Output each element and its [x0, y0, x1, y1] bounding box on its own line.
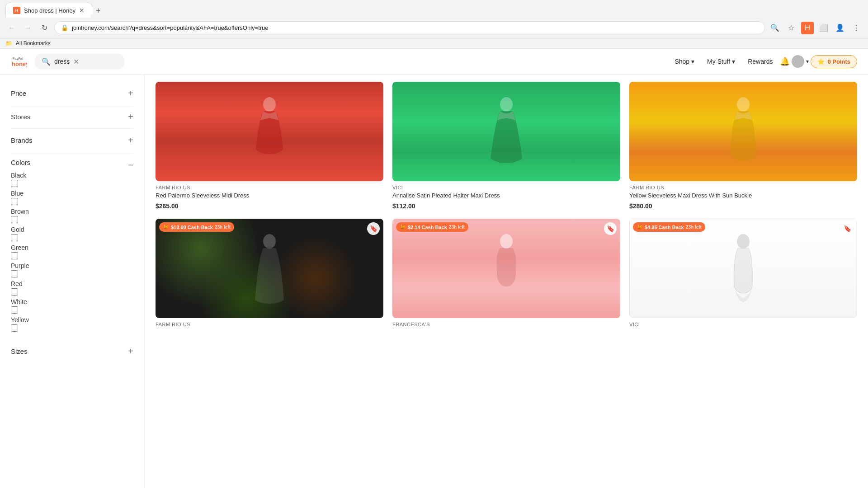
color-checkbox-gold[interactable]: [11, 234, 18, 241]
product-card-1[interactable]: FARM Rio US Red Palermo Sleeveless Midi …: [156, 82, 383, 210]
product-card-6[interactable]: 🍯 $4.85 Cash Back 23h left 🔖 VICI: [629, 219, 857, 327]
tab-close-button[interactable]: ✕: [79, 7, 85, 14]
color-item-white: White: [11, 298, 133, 314]
tab-title: Shop dress | Honey: [24, 7, 75, 14]
cashback-timer-5: 23h left: [449, 225, 465, 230]
brands-filter-header[interactable]: Brands +: [11, 135, 133, 145]
search-bar[interactable]: 🔍 dress ✕: [34, 54, 125, 70]
rewards-label: Rewards: [748, 58, 773, 65]
product-price-1: $265.00: [156, 202, 383, 210]
points-label: 0 Points: [827, 58, 850, 65]
new-tab-button[interactable]: +: [92, 5, 104, 18]
address-bar[interactable]: 🔒 joinhoney.com/search?q=dress&sort=popu…: [54, 21, 765, 34]
reload-button[interactable]: ↻: [38, 22, 51, 34]
stores-filter-toggle[interactable]: +: [128, 112, 133, 122]
honey-logo[interactable]: PayPal honey: [11, 53, 27, 70]
color-checkbox-white[interactable]: [11, 306, 18, 314]
colors-filter-section: Colors − Black Blue Brown: [11, 152, 133, 340]
active-tab[interactable]: H Shop dress | Honey ✕: [5, 3, 92, 18]
color-item-red: Red: [11, 280, 133, 296]
notifications-bell-icon[interactable]: 🔔: [780, 56, 790, 66]
tab-favicon: H: [13, 7, 20, 14]
product-image-1: [156, 82, 383, 181]
color-label-yellow: Yellow: [11, 316, 133, 324]
cashback-honey-icon: 🍯: [163, 224, 169, 230]
menu-button[interactable]: ⋮: [850, 22, 863, 34]
color-item-blue: Blue: [11, 190, 133, 205]
svg-point-5: [737, 97, 750, 112]
color-item-gold: Gold: [11, 226, 133, 241]
product-name-3: Yellow Sleeveless Maxi Dress With Sun Bu…: [629, 192, 857, 200]
sizes-filter-header[interactable]: Sizes +: [11, 346, 133, 357]
forward-button[interactable]: →: [22, 22, 34, 34]
price-filter-toggle[interactable]: +: [128, 88, 133, 99]
product-image-5: 🍯 $2.14 Cash Back 23h left 🔖: [392, 219, 620, 318]
svg-text:honey: honey: [12, 61, 27, 67]
stores-filter-section: Stores +: [11, 105, 133, 129]
rewards-button[interactable]: Rewards: [742, 54, 778, 69]
dress-silhouette-6: [725, 232, 761, 305]
bookmark-button-6[interactable]: 🔖: [841, 222, 854, 235]
colors-filter-toggle[interactable]: −: [128, 160, 133, 170]
shop-label: Shop: [675, 58, 689, 65]
svg-point-7: [500, 234, 513, 249]
bookmark-button-5[interactable]: 🔖: [604, 222, 617, 235]
product-price-2: $112.00: [392, 202, 620, 210]
stores-filter-header[interactable]: Stores +: [11, 112, 133, 122]
color-checkbox-blue[interactable]: [11, 198, 18, 205]
profile-button[interactable]: 👤: [834, 22, 846, 34]
user-avatar[interactable]: [792, 55, 804, 68]
extensions-button[interactable]: ⬜: [817, 22, 830, 34]
browser-search-button[interactable]: 🔍: [769, 22, 781, 34]
product-card-4[interactable]: 🍯 $10.00 Cash Back 23h left 🔖 FARM Rio U…: [156, 219, 383, 327]
product-image-3: [629, 82, 857, 181]
bookmarks-label[interactable]: All Bookmarks: [16, 40, 51, 47]
brands-filter-title: Brands: [11, 136, 33, 144]
cashback-timer-6: 23h left: [686, 225, 702, 230]
price-filter-section: Price +: [11, 82, 133, 105]
honey-extension-button[interactable]: H: [801, 22, 814, 34]
bookmarks-bar: 📁 All Bookmarks: [0, 38, 868, 48]
browser-toolbar: ← → ↻ 🔒 joinhoney.com/search?q=dress&sor…: [0, 18, 868, 38]
header-nav: Shop ▾ My Stuff ▾ Rewards 🔔 ▾ ⭐ 0 Points: [669, 54, 857, 69]
color-label-green: Green: [11, 244, 133, 251]
dress-silhouette-5: [488, 232, 524, 305]
sizes-filter-section: Sizes +: [11, 340, 133, 363]
points-button[interactable]: ⭐ 0 Points: [811, 55, 857, 68]
bookmark-star-button[interactable]: ☆: [785, 22, 797, 34]
svg-point-4: [500, 97, 513, 112]
colors-filter-header[interactable]: Colors −: [11, 159, 133, 172]
color-checkbox-black[interactable]: [11, 180, 18, 187]
cashback-amount-4: $10.00 Cash Back: [171, 225, 213, 230]
color-checkbox-brown[interactable]: [11, 216, 18, 223]
product-card-2[interactable]: VICI Annalise Satin Pleated Halter Maxi …: [392, 82, 620, 210]
color-checkbox-red[interactable]: [11, 288, 18, 296]
back-button[interactable]: ←: [5, 22, 18, 34]
product-card-5[interactable]: 🍯 $2.14 Cash Back 23h left 🔖 Francesca's: [392, 219, 620, 327]
svg-text:PayPal: PayPal: [13, 57, 23, 61]
color-checkbox-green[interactable]: [11, 252, 18, 259]
dress-silhouette-2: [488, 95, 524, 168]
shop-chevron-icon: ▾: [691, 58, 694, 65]
price-filter-header[interactable]: Price +: [11, 88, 133, 99]
my-stuff-button[interactable]: My Stuff ▾: [702, 54, 741, 69]
honey-logo-svg: PayPal honey: [11, 53, 27, 70]
sizes-filter-toggle[interactable]: +: [128, 346, 133, 357]
product-card-3[interactable]: FARM Rio US Yellow Sleeveless Maxi Dress…: [629, 82, 857, 210]
products-grid: FARM Rio US Red Palermo Sleeveless Midi …: [156, 82, 857, 327]
bookmark-button-4[interactable]: 🔖: [367, 222, 380, 235]
shop-button[interactable]: Shop ▾: [669, 54, 700, 69]
price-filter-title: Price: [11, 89, 26, 97]
color-checkbox-purple[interactable]: [11, 270, 18, 277]
product-store-3: FARM Rio US: [629, 185, 857, 190]
color-label-blue: Blue: [11, 190, 133, 197]
color-list: Black Blue Brown Gold: [11, 172, 133, 333]
sizes-filter-title: Sizes: [11, 347, 28, 355]
brands-filter-toggle[interactable]: +: [128, 135, 133, 145]
search-clear-button[interactable]: ✕: [73, 57, 79, 66]
color-item-purple: Purple: [11, 262, 133, 277]
color-checkbox-yellow[interactable]: [11, 324, 18, 332]
search-value: dress: [54, 58, 70, 65]
product-store-4: FARM Rio US: [156, 322, 383, 327]
product-store-1: FARM Rio US: [156, 185, 383, 190]
